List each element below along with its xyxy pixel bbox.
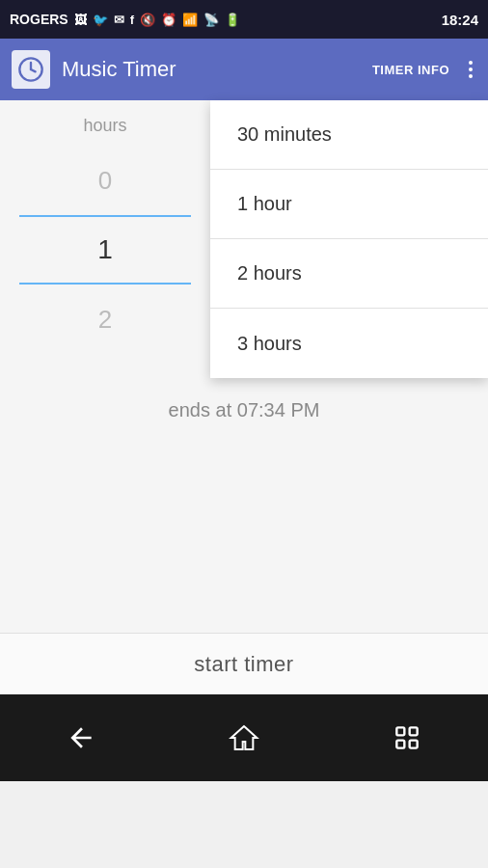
twitter-icon: 🐦	[93, 13, 108, 27]
overflow-dot-2	[469, 68, 473, 71]
hour-0[interactable]: 0	[0, 146, 210, 215]
facebook-icon: f	[130, 13, 134, 27]
dropdown-item-2hours-label: 2 hours	[237, 262, 302, 285]
carrier-label: ROGERS	[10, 12, 68, 27]
back-icon	[66, 722, 96, 753]
svg-rect-4	[409, 727, 417, 735]
app-icon	[12, 50, 50, 89]
duration-dropdown[interactable]: 30 minutes 1 hour 2 hours 3 hours	[210, 100, 488, 378]
status-bar-left: ROGERS 🖼 🐦 ✉ f 🔇 ⏰ 📶 📡 🔋	[10, 12, 240, 27]
ends-at-text: ends at 07:34 PM	[0, 399, 488, 421]
dropdown-item-2hours[interactable]: 2 hours	[210, 239, 488, 309]
dropdown-item-1hour[interactable]: 1 hour	[210, 170, 488, 239]
dropdown-item-30min[interactable]: 30 minutes	[210, 100, 488, 170]
nav-bar	[0, 694, 488, 781]
home-button[interactable]	[229, 722, 259, 753]
selection-bar-top	[19, 215, 191, 217]
hour-0-value: 0	[98, 166, 112, 196]
dropdown-item-30min-label: 30 minutes	[237, 123, 332, 146]
hour-2-value: 2	[98, 305, 112, 335]
back-button[interactable]	[66, 722, 96, 753]
dropdown-item-3hours[interactable]: 3 hours	[210, 309, 488, 378]
hour-1-value: 1	[97, 234, 113, 265]
hour-1[interactable]: 1	[0, 215, 210, 285]
timer-info-button[interactable]: TIMER INFO	[372, 63, 449, 77]
overflow-menu-button[interactable]	[465, 57, 476, 82]
signal-icon: 📡	[203, 13, 219, 27]
app-bar-right: TIMER INFO	[372, 57, 476, 82]
hours-column[interactable]: hours 0 1 2	[0, 100, 210, 380]
overflow-dot-1	[469, 61, 473, 65]
alarm-icon: ⏰	[161, 13, 176, 27]
hours-label: hours	[0, 100, 210, 146]
battery-icon: 🔋	[225, 13, 240, 27]
hour-2[interactable]: 2	[0, 285, 210, 354]
wifi-icon: 📶	[182, 13, 198, 27]
mute-icon: 🔇	[140, 13, 155, 27]
recents-icon	[392, 722, 422, 753]
image-icon: 🖼	[74, 13, 87, 27]
svg-line-2	[31, 69, 36, 71]
dropdown-item-1hour-label: 1 hour	[237, 193, 292, 215]
overflow-dot-3	[469, 74, 473, 78]
clock-icon	[17, 56, 44, 83]
status-time: 18:24	[442, 12, 478, 28]
hours-number-list: 0 1 2	[0, 146, 210, 354]
svg-rect-6	[409, 741, 417, 748]
status-bar: ROGERS 🖼 🐦 ✉ f 🔇 ⏰ 📶 📡 🔋 18:24	[0, 0, 488, 39]
app-bar-left: Music Timer	[12, 50, 176, 89]
start-timer-label: start timer	[194, 652, 293, 677]
recents-button[interactable]	[392, 722, 422, 753]
main-content: hours 0 1 2 30 minutes	[0, 100, 488, 781]
app-title: Music Timer	[62, 57, 176, 82]
start-timer-button[interactable]: start timer	[0, 633, 488, 694]
dropdown-item-3hours-label: 3 hours	[237, 333, 302, 355]
app-bar: Music Timer TIMER INFO	[0, 39, 488, 100]
mail-icon: ✉	[114, 13, 124, 27]
svg-rect-5	[396, 741, 404, 748]
home-icon	[229, 722, 259, 753]
time-picker: hours 0 1 2 30 minutes	[0, 100, 488, 380]
svg-rect-3	[396, 727, 404, 735]
